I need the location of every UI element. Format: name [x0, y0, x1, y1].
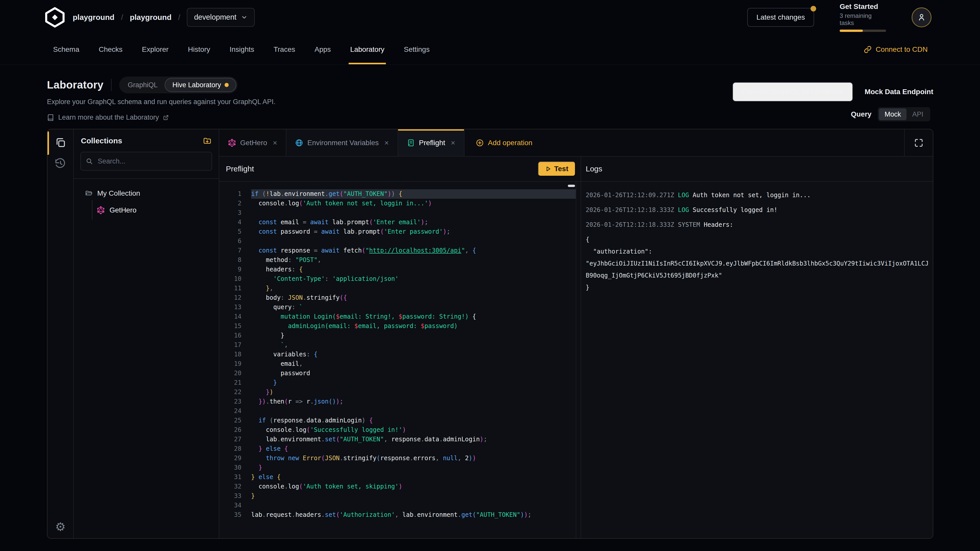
code-line: 14 mutation Login($email: String!, $pass… — [219, 312, 581, 321]
line-number: 35 — [219, 510, 251, 519]
fullscreen-button[interactable] — [904, 129, 933, 156]
graphql-icon — [228, 139, 236, 147]
line-number: 4 — [219, 218, 251, 227]
nav-tab-checks[interactable]: Checks — [99, 35, 123, 64]
history-rail-button[interactable] — [53, 156, 68, 171]
code-line: 34 — [219, 501, 581, 510]
tab-environment-variables[interactable]: Environment Variables× — [286, 129, 398, 156]
nav-tab-settings[interactable]: Settings — [404, 35, 430, 64]
line-number: 23 — [219, 397, 251, 407]
code-line-content — [251, 501, 576, 510]
get-started-subtitle: 3 remaining tasks — [840, 12, 886, 27]
collections-title: Collections — [81, 137, 122, 145]
close-icon[interactable]: × — [273, 138, 277, 147]
code-line: 28 } else { — [219, 444, 581, 454]
sidebar-rail: ⚙ — [48, 129, 74, 538]
code-line-content: } else { — [251, 472, 576, 482]
log-headers-json: { "authorization":"eyJhbGciOiJIUzI1NiIsI… — [586, 233, 928, 294]
log-timestamp: 2026-01-26T12:12:18.333Z — [586, 221, 678, 228]
collection-folder-my-collection[interactable]: My Collection — [74, 186, 219, 201]
logs-title: Logs — [586, 165, 602, 173]
tab-preflight[interactable]: Preflight× — [398, 129, 465, 156]
code-line: 27 lab.environment.set("AUTH_TOKEN", res… — [219, 435, 581, 444]
line-number: 17 — [219, 340, 251, 350]
line-number: 19 — [219, 359, 251, 368]
connect-graphql-endpoint-button[interactable]: Connect GraphQL API Endpoint — [732, 82, 853, 102]
line-number: 13 — [219, 303, 251, 312]
get-started-progress-fill — [840, 30, 863, 32]
page-subtitle: Explore your GraphQL schema and run quer… — [47, 98, 275, 106]
tab-label: GetHero — [240, 139, 267, 147]
code-line-content: } else { — [251, 444, 576, 454]
tab-label: Preflight — [419, 139, 445, 147]
code-line: 1if (!lab.environment.get("AUTH_TOKEN"))… — [219, 189, 581, 199]
user-avatar[interactable] — [912, 7, 932, 27]
get-started-widget[interactable]: Get Started 3 remaining tasks — [840, 3, 886, 32]
preflight-pane-title: Preflight — [226, 165, 254, 173]
mode-option-label: Hive Laboratory — [172, 81, 221, 89]
latest-changes-button[interactable]: Latest changes — [747, 8, 814, 27]
chevron-down-icon — [241, 14, 248, 21]
line-number: 18 — [219, 350, 251, 359]
code-line-content: } — [251, 331, 576, 340]
get-started-title: Get Started — [840, 3, 886, 11]
connect-to-cdn-button[interactable]: Connect to CDN — [864, 35, 928, 64]
nav-tab-explorer[interactable]: Explorer — [142, 35, 169, 64]
collections-search-input[interactable] — [80, 152, 212, 171]
collections-icon — [55, 137, 66, 148]
nav-tab-schema[interactable]: Schema — [53, 35, 80, 64]
mode-option-graphiql[interactable]: GraphiQL — [121, 78, 165, 92]
hive-logo-icon[interactable] — [44, 7, 66, 27]
code-line: 9 headers: { — [219, 265, 581, 274]
line-number: 7 — [219, 246, 251, 256]
breadcrumb-project[interactable]: playground — [130, 13, 172, 22]
nav-tab-insights[interactable]: Insights — [229, 35, 254, 64]
new-collection-folder-plus-icon[interactable] — [203, 137, 212, 145]
tab-gethero[interactable]: GetHero× — [219, 129, 286, 156]
log-message: Headers: — [703, 221, 733, 228]
nav-tab-traces[interactable]: Traces — [274, 35, 295, 64]
script-icon — [407, 139, 415, 147]
editor-scrollbar-thumb[interactable] — [568, 185, 575, 187]
mock-data-endpoint-button[interactable]: Mock Data Endpoint — [865, 88, 933, 96]
code-line: 32 console.log('Auth token set, skipping… — [219, 482, 581, 491]
line-number: 28 — [219, 444, 251, 454]
code-line: 23 }).then(r => r.json()); — [219, 397, 581, 407]
line-number: 2 — [219, 199, 251, 208]
logs-output: 2026-01-26T12:12:09.271Z LOG Auth token … — [581, 182, 933, 538]
code-line: 4 const email = await lab.prompt('Enter … — [219, 218, 581, 227]
close-icon[interactable]: × — [451, 138, 455, 147]
query-target-api[interactable]: API — [907, 108, 929, 120]
preflight-code-editor[interactable]: 1if (!lab.environment.get("AUTH_TOKEN"))… — [219, 182, 581, 538]
target-selector[interactable]: development — [187, 8, 255, 27]
code-line-content: } — [251, 463, 576, 472]
collection-operation-gethero[interactable]: GetHero — [74, 203, 219, 218]
learn-more-link[interactable]: Learn more about the Laboratory — [47, 114, 275, 121]
breadcrumb-org[interactable]: playground — [73, 13, 115, 22]
test-button[interactable]: Test — [538, 162, 576, 176]
nav-tab-apps[interactable]: Apps — [315, 35, 331, 64]
mode-option-hive-laboratory[interactable]: Hive Laboratory — [165, 78, 236, 92]
collections-rail-button[interactable] — [53, 135, 68, 150]
log-message: Successfully logged in! — [693, 206, 777, 213]
settings-gear-icon[interactable]: ⚙ — [48, 520, 73, 534]
add-operation-button[interactable]: Add operation — [465, 129, 544, 156]
code-line-content: method: "POST", — [251, 256, 576, 265]
query-target-mock[interactable]: Mock — [879, 108, 907, 120]
nav-tab-history[interactable]: History — [188, 35, 210, 64]
external-link-icon — [163, 115, 169, 121]
nav-tab-laboratory[interactable]: Laboratory — [350, 35, 384, 64]
code-line: 17 `, — [219, 340, 581, 350]
line-number: 9 — [219, 265, 251, 274]
code-line: 19 email, — [219, 359, 581, 368]
project-nav: SchemaChecksExplorerHistoryInsightsTrace… — [0, 35, 980, 65]
folder-open-icon — [85, 189, 93, 197]
breadcrumb: playground / playground / development — [73, 8, 255, 27]
line-number: 24 — [219, 407, 251, 416]
line-number: 22 — [219, 387, 251, 397]
log-level: LOG — [678, 206, 693, 213]
code-line-content: }) — [251, 387, 576, 397]
tab-label: Add operation — [488, 139, 532, 147]
close-icon[interactable]: × — [384, 138, 389, 147]
target-selector-value: development — [194, 13, 236, 21]
